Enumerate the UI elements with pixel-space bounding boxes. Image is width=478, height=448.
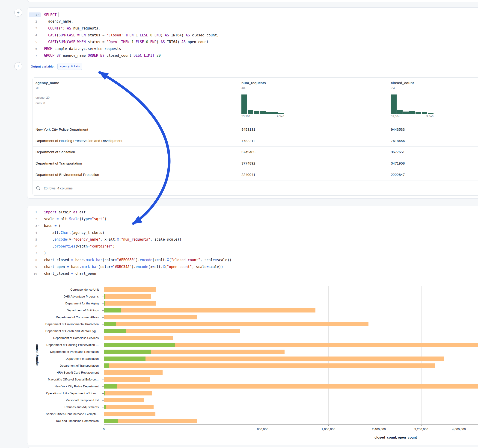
y-axis-label: Correspondence Unit xyxy=(27,286,101,293)
y-axis-label: Mayorâ€ s Office of Special Enforce… xyxy=(27,376,101,383)
fold-chevron-icon[interactable]: ˅ xyxy=(37,13,40,16)
x-tick xyxy=(459,425,459,426)
line-gutter: 1˅ xyxy=(27,12,41,17)
histogram-bar xyxy=(422,112,428,114)
histogram-max: 9.4e6 xyxy=(426,115,434,118)
line-number: 1 xyxy=(29,13,37,16)
bar-open-count xyxy=(104,350,151,354)
code-line[interactable]: 3˅base = ( xyxy=(27,222,478,229)
code-line[interactable]: 7GROUP BY agency_name ORDER BY closed_co… xyxy=(27,52,478,59)
code-text: .properties(width="container") xyxy=(41,244,115,249)
histogram-bar xyxy=(415,112,421,114)
bar-closed-count xyxy=(104,391,152,395)
column-header-agency_name: agency_namestrunique: 20nulls: 0 xyxy=(36,81,241,124)
cell-value: 2240041 xyxy=(241,173,391,177)
y-tick xyxy=(102,393,104,394)
histogram-range: 53,3049.4e6 xyxy=(391,115,434,118)
table-row[interactable]: New York City Police Department945313194… xyxy=(33,124,478,135)
histogram-bar xyxy=(391,94,396,114)
bar-closed-count xyxy=(104,363,435,368)
table-row[interactable]: Department of Housing Preservation and D… xyxy=(33,135,478,146)
code-line[interactable]: 2scale = alt.Scale(type="sqrt") xyxy=(27,216,478,223)
table-row[interactable]: Department of Transportation377489234719… xyxy=(33,158,478,169)
text-cursor xyxy=(59,12,59,17)
cell-value: 3749485 xyxy=(241,150,391,154)
bar-open-count xyxy=(104,329,126,333)
cell-value: 3677651 xyxy=(391,150,478,154)
bar-open-count xyxy=(104,308,121,312)
table-row[interactable]: Department of Sanitation37494853677651 xyxy=(33,146,478,158)
line-gutter: 9 xyxy=(27,265,41,269)
y-axis-label: New York City Police Department xyxy=(27,383,101,390)
bar-open-count xyxy=(104,356,145,361)
chart-row xyxy=(104,328,478,335)
code-line[interactable]: 4 alt.Chart(agency_tickets) xyxy=(27,229,478,236)
line-number: 6 xyxy=(29,244,37,248)
code-line[interactable]: 3 COUNT(*) AS num_requests, xyxy=(27,25,478,32)
x-tick-label: 800,000 xyxy=(257,428,268,431)
cell-value: 3774892 xyxy=(241,161,391,165)
cell-value: 7618456 xyxy=(391,139,478,143)
y-tick xyxy=(102,359,104,359)
bar-closed-count xyxy=(104,308,315,312)
y-axis-label: HRA Benefit Card Replacement xyxy=(27,369,101,376)
chart-row xyxy=(104,383,478,390)
code-line[interactable]: 2 agency_name, xyxy=(27,18,478,25)
column-type: i64 xyxy=(391,87,478,90)
column-histogram xyxy=(241,94,284,114)
line-number: 1 xyxy=(29,210,37,214)
table-header: agency_namestrunique: 20nulls: 0num_requ… xyxy=(33,78,478,124)
code-text: import altair as alt xyxy=(41,210,86,214)
code-line[interactable]: 7) xyxy=(27,250,478,257)
cell-agency-name: Department of Transportation xyxy=(36,161,241,165)
bar-closed-count xyxy=(104,322,368,326)
y-tick xyxy=(102,407,104,407)
bar-closed-count xyxy=(104,301,156,305)
code-line[interactable]: 5 .encode(y="agency_name", x=alt.X("num_… xyxy=(27,236,478,243)
search-icon[interactable] xyxy=(36,186,41,191)
code-line[interactable]: 1import altair as alt xyxy=(27,209,478,216)
y-tick xyxy=(102,352,104,352)
code-line[interactable]: 1˅SELECT xyxy=(27,11,478,18)
python-editor[interactable]: 1import altair as alt2scale = alt.Scale(… xyxy=(27,206,478,277)
output-variable-chip[interactable]: agency_tickets xyxy=(57,63,82,70)
code-line[interactable]: 5 CAST(SUM(CASE WHEN status = 'Open' THE… xyxy=(27,38,478,45)
y-tick xyxy=(102,421,104,421)
y-axis-label: Taxi and Limousine Commission xyxy=(27,417,101,424)
bar-closed-count xyxy=(104,336,173,340)
code-line[interactable]: 6 .properties(width="container") xyxy=(27,243,478,250)
code-line[interactable]: 10chart_closed + chart_open xyxy=(27,270,478,277)
line-number: 5 xyxy=(29,40,37,44)
chart-row xyxy=(104,355,478,362)
line-gutter: 7 xyxy=(27,53,41,58)
line-number: 2 xyxy=(29,20,37,23)
chart-row xyxy=(104,362,478,369)
histogram-min: 53,304 xyxy=(391,115,400,118)
x-tick-label: 4,000,000 xyxy=(452,428,466,431)
bar-closed-count xyxy=(104,315,197,319)
line-gutter: 7 xyxy=(27,251,41,255)
fold-chevron-icon[interactable]: ˅ xyxy=(37,224,40,227)
line-number: 3 xyxy=(29,26,37,30)
cell-agency-name: Department of Environmental Protection xyxy=(36,173,241,177)
code-line[interactable]: 8chart_closed = base.mark_bar(color="#FF… xyxy=(27,256,478,263)
y-tick xyxy=(102,297,104,297)
bar-open-count xyxy=(104,322,116,326)
histogram-bar xyxy=(241,94,247,114)
y-axis-label: Refunds and Adjustments xyxy=(27,404,101,411)
line-number: 7 xyxy=(29,251,37,255)
code-line[interactable]: 9chart_open = base.mark_bar(color="#8BC3… xyxy=(27,263,478,270)
histogram-bar xyxy=(254,111,259,114)
bar-closed-count xyxy=(104,294,151,299)
histogram-bar xyxy=(428,113,434,114)
sql-editor[interactable]: 1˅SELECT 2 agency_name,3 COUNT(*) AS num… xyxy=(27,8,478,59)
code-line[interactable]: 6FROM sample_data.nyc.service_requests xyxy=(27,45,478,52)
code-text: chart_closed = base.mark_bar(color="#FFC… xyxy=(41,258,232,262)
add-block-button-middle[interactable]: + xyxy=(14,62,22,70)
code-line[interactable]: 4 CAST(SUM(CASE WHEN status = 'Closed' T… xyxy=(27,32,478,39)
line-gutter: 2 xyxy=(27,217,41,221)
line-number: 6 xyxy=(29,47,37,50)
line-number: 8 xyxy=(29,258,37,261)
table-row[interactable]: Department of Environmental Protection22… xyxy=(33,169,478,180)
add-block-button-top[interactable]: + xyxy=(14,9,22,17)
